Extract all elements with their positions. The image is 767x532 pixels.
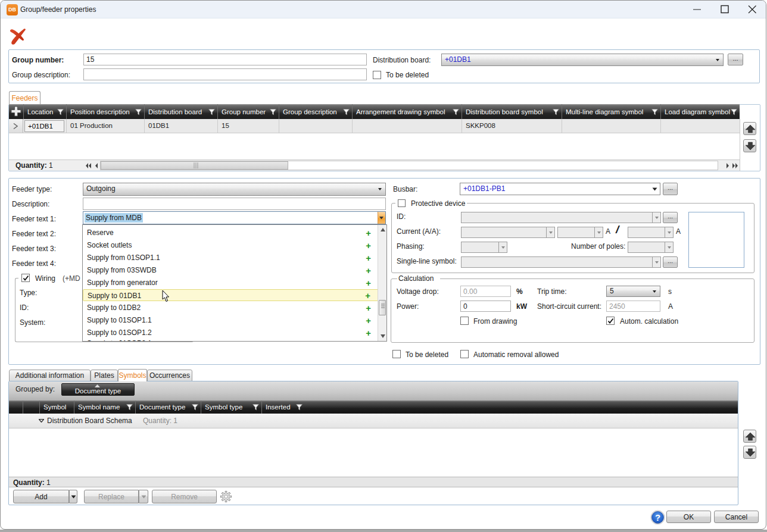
svg-text:?: ? [655, 512, 660, 522]
